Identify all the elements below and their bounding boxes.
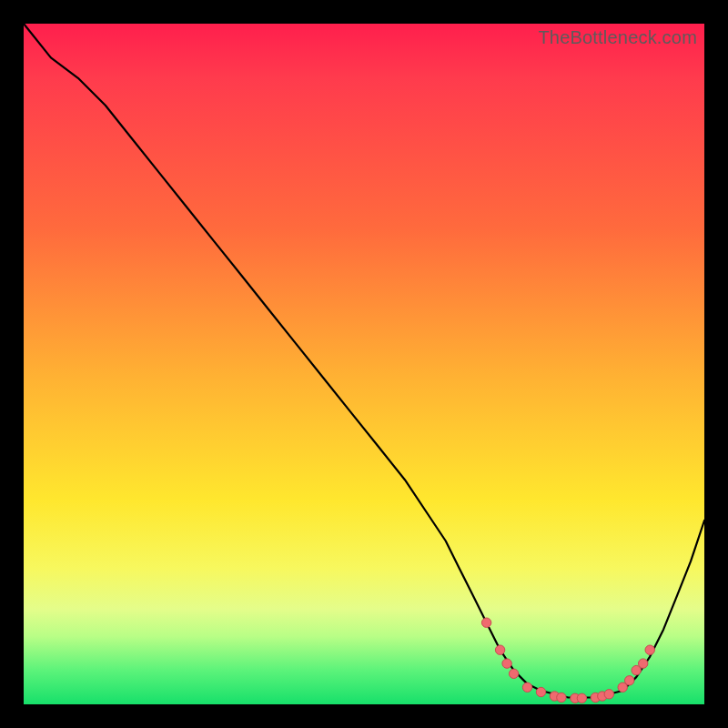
marker-dot — [645, 645, 654, 654]
marker-dot — [502, 659, 511, 668]
marker-dot — [625, 676, 634, 685]
bottleneck-curve — [24, 24, 704, 698]
marker-dot — [557, 693, 566, 702]
chart-frame: TheBottleneck.com — [0, 0, 728, 728]
marker-dot — [495, 645, 504, 654]
marker-dot — [536, 687, 545, 696]
marker-dot — [639, 659, 648, 668]
chart-overlay — [24, 24, 704, 704]
marker-dot — [509, 669, 518, 678]
marker-dot — [604, 690, 613, 699]
curve-markers — [481, 618, 654, 703]
marker-dot — [577, 693, 586, 703]
marker-dot — [522, 682, 531, 692]
plot-area: TheBottleneck.com — [24, 24, 704, 704]
marker-dot — [481, 618, 490, 627]
